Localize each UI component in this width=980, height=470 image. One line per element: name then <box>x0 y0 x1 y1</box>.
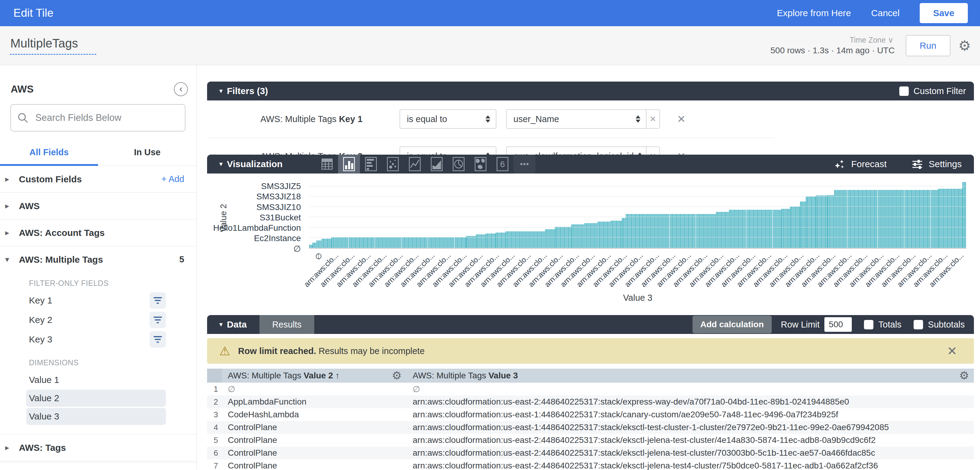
field-key-2[interactable]: Key 2 <box>0 310 196 330</box>
column-chart-icon[interactable] <box>338 155 360 173</box>
column-header-value-2[interactable]: AWS: Multiple Tags Value 2 ↑ ⚙ <box>222 368 407 383</box>
bar-segment[interactable] <box>309 245 312 248</box>
query-settings-gear-icon[interactable]: ⚙ <box>958 39 971 52</box>
bar-segment[interactable] <box>321 239 331 248</box>
subtotals-checkbox[interactable] <box>913 320 923 329</box>
bar-segment[interactable] <box>816 195 828 248</box>
add-calculation-button[interactable]: Add calculation <box>692 316 772 333</box>
filter-value-select[interactable]: aws_cloudformation_logical_id <box>506 146 646 155</box>
run-button[interactable]: Run <box>906 35 950 56</box>
sidebar-item-aws[interactable]: ▸ AWS <box>0 193 196 219</box>
tab-all-fields[interactable]: All Fields <box>0 147 98 166</box>
bar-segment[interactable] <box>827 195 834 248</box>
line-chart-icon[interactable] <box>404 155 426 173</box>
cancel-button[interactable]: Cancel <box>871 8 900 18</box>
clear-value-button[interactable]: ✕ <box>646 146 660 155</box>
bar-segment[interactable] <box>626 214 716 248</box>
bar-chart-icon[interactable] <box>360 155 382 173</box>
bar-segment[interactable] <box>800 202 806 248</box>
add-custom-field-button[interactable]: + Add <box>161 174 184 184</box>
explore-from-here-button[interactable]: Explore from Here <box>777 8 851 18</box>
column-gear-icon[interactable]: ⚙ <box>959 370 969 381</box>
bar-segment[interactable] <box>506 231 545 248</box>
cell-value-3[interactable]: arn:aws:cloudformation:us-east-1:4486402… <box>407 422 974 432</box>
custom-filter-toggle[interactable]: Custom Filter <box>899 86 966 96</box>
field-key-3[interactable]: Key 3 <box>0 330 196 349</box>
column-header-value-3[interactable]: AWS: Multiple Tags Value 3 ⚙ <box>407 368 974 383</box>
filter-operator-select[interactable]: is equal to <box>399 109 496 129</box>
field-search-box[interactable] <box>10 104 186 132</box>
query-title[interactable]: MultipleTags <box>10 37 96 55</box>
field-value-1[interactable]: Value 1 <box>26 372 166 388</box>
table-icon[interactable] <box>316 155 338 173</box>
cell-value-2[interactable]: CodeHashLambda <box>222 410 407 419</box>
tab-data[interactable]: ▾ Data <box>207 315 259 334</box>
table-row[interactable]: 2AppLambdaFunctionarn:aws:cloudformation… <box>207 395 974 408</box>
forecast-button[interactable]: Forecast <box>834 158 887 170</box>
bar-segment[interactable] <box>716 212 729 248</box>
timezone-dropdown[interactable]: Time Zone ∨ <box>850 36 895 44</box>
bar-segment[interactable] <box>486 233 495 248</box>
bar-segment[interactable] <box>834 190 938 248</box>
cell-value-2[interactable]: ControlPlane <box>222 448 407 458</box>
filters-header[interactable]: ▾ Filters (3) Custom Filter <box>207 82 974 100</box>
bar-segment[interactable] <box>476 234 486 248</box>
tab-in-use[interactable]: In Use <box>98 147 196 166</box>
area-chart-icon[interactable] <box>426 155 448 173</box>
table-row[interactable]: 3CodeHashLambdaarn:aws:cloudformation:us… <box>207 408 974 421</box>
filter-operator-select[interactable]: is equal to <box>399 146 496 155</box>
filter-icon[interactable] <box>150 312 166 328</box>
subtotals-toggle[interactable]: Subtotals <box>913 320 965 330</box>
column-gear-icon[interactable]: ⚙ <box>392 370 402 381</box>
search-input[interactable] <box>35 112 179 123</box>
bar-segment[interactable] <box>466 236 476 248</box>
totals-checkbox[interactable] <box>864 320 873 329</box>
cell-value-2[interactable]: ∅ <box>222 384 407 394</box>
bar-segment[interactable] <box>806 197 816 248</box>
viz-settings-button[interactable]: Settings <box>911 158 962 170</box>
bar-segment[interactable] <box>938 189 963 248</box>
cell-value-2[interactable]: AppLambdaFunction <box>222 397 407 406</box>
table-row[interactable]: 7ControlPlanearn:aws:cloudformation:us-e… <box>207 459 974 470</box>
filter-value-select[interactable]: user_Name <box>506 109 646 129</box>
custom-filter-checkbox[interactable] <box>899 86 909 96</box>
row-limit-input[interactable] <box>824 317 852 332</box>
cell-value-3[interactable]: arn:aws:cloudformation:us-east-2:4486402… <box>407 448 974 458</box>
cell-value-2[interactable]: ControlPlane <box>222 461 407 470</box>
map-chart-icon[interactable] <box>469 155 492 173</box>
bar-segment[interactable] <box>598 222 611 248</box>
scatter-chart-icon[interactable] <box>382 155 404 173</box>
field-key-1[interactable]: Key 1 <box>0 291 196 310</box>
bar-segment[interactable] <box>729 210 782 248</box>
bar-segment[interactable] <box>963 182 966 248</box>
bar-segment[interactable] <box>496 233 506 248</box>
filter-icon[interactable] <box>150 292 166 309</box>
cell-value-3[interactable]: arn:aws:cloudformation:us-east-1:4486402… <box>407 410 974 419</box>
sidebar-collapse-button[interactable]: ‹ <box>174 82 188 96</box>
remove-filter-button[interactable]: ✕ <box>677 150 686 155</box>
single-value-icon[interactable]: 6 <box>492 155 514 173</box>
sidebar-item-aws-account-tags[interactable]: ▸ AWS: Account Tags <box>0 219 196 246</box>
table-row[interactable]: 4ControlPlanearn:aws:cloudformation:us-e… <box>207 421 974 434</box>
pie-chart-icon[interactable] <box>448 155 469 173</box>
table-row[interactable]: 5ControlPlanearn:aws:cloudformation:us-e… <box>207 434 974 446</box>
sidebar-item-aws-tags[interactable]: ▸ AWS: Tags <box>0 434 196 461</box>
chart-plot[interactable] <box>309 178 966 249</box>
cell-value-2[interactable]: ControlPlane <box>222 435 407 445</box>
sidebar-item-custom-fields[interactable]: ▸ Custom Fields + Add <box>0 166 196 192</box>
bar-segment[interactable] <box>781 209 790 248</box>
clear-value-button[interactable]: ✕ <box>646 109 660 129</box>
dismiss-warning-button[interactable]: ✕ <box>947 344 957 358</box>
chevron-down-icon[interactable]: ∨ <box>210 151 216 155</box>
totals-toggle[interactable]: Totals <box>864 320 901 330</box>
cell-value-3[interactable]: ∅ <box>407 384 974 394</box>
cell-value-3[interactable]: arn:aws:cloudformation:us-east-2:4486402… <box>407 397 974 406</box>
bar-segment[interactable] <box>317 240 321 248</box>
bar-segment[interactable] <box>611 221 622 248</box>
table-row[interactable]: 6ControlPlanearn:aws:cloudformation:us-e… <box>207 446 974 459</box>
bar-segment[interactable] <box>312 243 317 248</box>
field-value-2[interactable]: Value 2 <box>26 390 166 406</box>
field-value-3[interactable]: Value 3 <box>26 408 166 425</box>
bar-segment[interactable] <box>545 229 555 248</box>
filter-icon[interactable] <box>150 331 166 348</box>
